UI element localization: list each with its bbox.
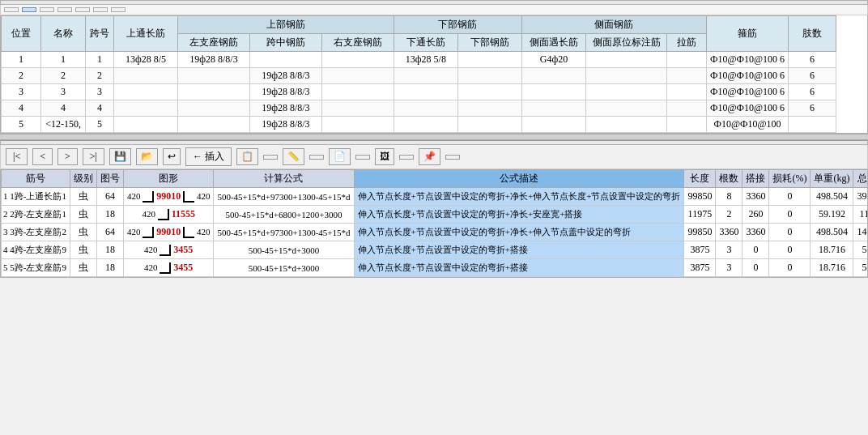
table-cell: 5 (86, 117, 114, 133)
table-cell: 13ф28 8/5 (113, 52, 177, 68)
rebar-desc: 伸入节点长度+节点设置中设定的弯折+净长+伸入节点盖中设定的弯折 (354, 224, 684, 241)
toolbar-icon-btn1[interactable]: 💾 (109, 148, 131, 165)
table-cell (457, 100, 521, 117)
nav-prev-btn[interactable]: < (32, 148, 53, 165)
table-cell: 13ф28 5/8 (394, 52, 457, 68)
swap-start-btn[interactable] (93, 7, 108, 12)
input-col-btn[interactable] (40, 7, 54, 12)
nav-first-btn[interactable]: |< (6, 148, 28, 165)
col-bot-long: 下通长筋 (394, 34, 457, 52)
table-cell: 19ф28 8/8/3 (249, 84, 321, 100)
row-pos: 4 (41, 100, 86, 117)
col-right-seat: 右支座钢筋 (321, 34, 394, 52)
toolbar-icon-btn6[interactable]: 📄 (329, 148, 351, 165)
rebar-formula: 500-45+15*d+97300+1300-45+15*d (214, 224, 354, 241)
row-pos: 3 (41, 84, 86, 100)
rebar-shape: 420 3455 (123, 259, 214, 277)
table-cell: 19ф28 8/8/3 (177, 52, 249, 68)
table-cell: 19ф28 8/8/3 (249, 117, 321, 133)
rebar-index: 2 2跨-左支座筋1 (2, 206, 70, 224)
rebar-cell: 3875 (684, 241, 716, 259)
scale-btn[interactable] (309, 155, 324, 160)
rebar-formula: 500-45+15*d+3000 (214, 259, 354, 277)
toolbar-icon-btn4[interactable]: 📋 (236, 148, 258, 165)
paste-span-btn[interactable] (22, 7, 36, 12)
table-cell (177, 100, 249, 117)
table-cell (394, 84, 457, 100)
row-number: 4 (2, 100, 41, 117)
table-cell (177, 84, 249, 100)
library-btn[interactable] (399, 155, 414, 160)
cantilever-btn[interactable] (111, 7, 126, 12)
table-cell (394, 117, 457, 133)
rebar-desc: 伸入节点长度+节点设置中设定的弯折+净长+伸入节点长度+节点设置中设定的弯折 (354, 188, 684, 206)
rebar-fig-no: 18 (96, 259, 123, 277)
table-cell (586, 84, 667, 100)
rebar-col-no: 筋号 (2, 170, 70, 188)
rebar-row[interactable]: 1 1跨-上通长筋1虫64420 99010 420500-45+15*d+97… (2, 188, 869, 206)
rebar-index: 1 1跨-上通长筋1 (2, 188, 70, 206)
table-cell: Ф10@Ф10@100 6 (707, 52, 789, 68)
rebar-cell: 56.148 (853, 259, 868, 277)
rebar-level: 虫 (70, 259, 96, 277)
col-mid-span: 跨中钢筋 (249, 34, 321, 52)
table-cell (457, 84, 521, 100)
table-row[interactable]: 33319ф28 8/8/3Ф10@Ф10@100 66 (2, 84, 867, 100)
table-cell (521, 100, 585, 117)
table-cell: 6 (789, 100, 836, 117)
toolbar-icon-btn7[interactable]: 🖼 (375, 148, 394, 165)
rebar-col-desc: 公式描述 (354, 170, 684, 188)
rebar-index: 5 5跨-左支座筋9 (2, 259, 70, 277)
row-pos: <12-150, (41, 117, 86, 133)
rebar-cell: 18.716 (811, 241, 853, 259)
rebar-cell: 118.384 (853, 206, 868, 224)
copy-span-btn[interactable] (4, 7, 19, 12)
rebar-desc: 伸入节点长度+节点设置中设定的弯折+净长+安座宽+搭接 (354, 206, 684, 224)
table-row[interactable]: 11113ф28 8/519ф28 8/8/313ф28 5/8G4ф20Ф10… (2, 52, 867, 68)
rebar-cell: 18.716 (811, 259, 853, 277)
rebar-shape: 420 99010 420 (123, 224, 214, 241)
rebar-row[interactable]: 5 5跨-左支座筋9虫18420 3455 500-45+15*d+3000伸入… (2, 259, 869, 277)
table-cell (394, 100, 457, 117)
table-row[interactable]: 5<12-150,519ф28 8/8/3Ф10@Ф10@100 (2, 117, 867, 133)
rebar-cell: 498.504 (811, 224, 853, 241)
rebar-col-lap: 搭接 (742, 170, 769, 188)
nav-last-btn[interactable]: >| (83, 148, 104, 165)
table-row[interactable]: 22219ф28 8/8/3Ф10@Ф10@100 66 (2, 68, 867, 84)
toolbar-icon-btn2[interactable]: 📂 (136, 148, 158, 165)
rebar-row[interactable]: 3 3跨-左支座筋2虫64420 99010 420500-45+15*d+97… (2, 224, 869, 241)
row-number: 2 (2, 68, 41, 84)
table-cell (457, 68, 521, 84)
table-cell (113, 100, 177, 117)
rebar-cell: 3875 (684, 259, 716, 277)
delete-col-btn[interactable] (57, 7, 72, 12)
table-cell: G4ф20 (521, 52, 585, 68)
table-cell (457, 117, 521, 133)
insert-btn[interactable]: ← 插入 (185, 147, 232, 166)
rebar-cell: 2 (716, 206, 742, 224)
table-row[interactable]: 44419ф28 8/8/3Ф10@Ф10@100 66 (2, 100, 867, 117)
table-cell: 1 (86, 52, 114, 68)
page-setup-btn[interactable] (75, 7, 90, 12)
rebar-cell: 0 (742, 241, 769, 259)
rebar-cell: 59.192 (811, 206, 853, 224)
rebar-row[interactable]: 2 2跨-左支座筋1虫18420 11555 500-45+15*d+6800+… (2, 206, 869, 224)
rebar-level: 虫 (70, 241, 96, 259)
toolbar-icon-btn8[interactable]: 📌 (419, 148, 440, 165)
nav-next-btn[interactable]: > (57, 148, 78, 165)
info-btn[interactable] (355, 155, 370, 160)
rebar-shape: 420 99010 420 (123, 188, 214, 206)
rebar-cell: 260 (742, 206, 769, 224)
table-cell: 4 (86, 100, 114, 117)
table-cell (586, 52, 667, 68)
toolbar-icon-btn5[interactable]: 📏 (283, 148, 304, 165)
col-left-seat: 左支座钢筋 (177, 34, 249, 52)
other-btn[interactable] (445, 155, 460, 160)
toolbar-icon-btn3[interactable]: ↩ (163, 148, 181, 165)
rebar-row[interactable]: 4 4跨-左支座筋9虫18420 3455 500-45+15*d+3000伸入… (2, 241, 869, 259)
main-table: 位置 名称 跨号 上通长筋 上部钢筋 下部钢筋 侧面钢筋 箍筋 肢数 左支座钢筋… (1, 15, 867, 133)
delete-btn[interactable] (263, 155, 278, 160)
table-cell: 6 (789, 84, 836, 100)
col-bot-rebar-group: 下部钢筋 (394, 16, 521, 34)
rebar-col-loss: 损耗(%) (769, 170, 811, 188)
